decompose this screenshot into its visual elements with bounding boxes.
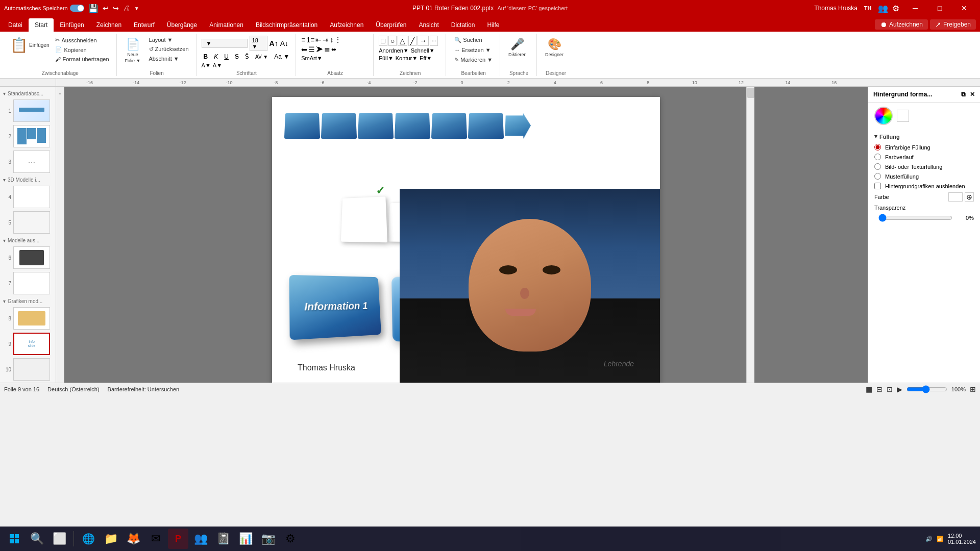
- suchen-btn[interactable]: 🔍 Suchen: [451, 36, 496, 44]
- underline-button[interactable]: U: [222, 53, 231, 61]
- option-hintergrund[interactable]: Hintergrundgrafiken ausblenden: [874, 183, 974, 189]
- tab-datei[interactable]: Datei: [2, 18, 29, 32]
- slide-item-1[interactable]: 1: [2, 98, 54, 123]
- slide-item-6[interactable]: 6: [2, 245, 54, 270]
- zoom-slider[interactable]: [906, 385, 947, 393]
- panel-expand-icon[interactable]: ⧉: [961, 91, 966, 98]
- info-box-1[interactable]: Information 1: [289, 275, 381, 340]
- justify-btn[interactable]: ≣: [324, 45, 330, 54]
- slide-thumb-3[interactable]: - - -: [13, 151, 50, 173]
- group-grafiken[interactable]: ▾ Grafiken mod...: [2, 296, 54, 305]
- slide-item-10[interactable]: 10: [2, 357, 54, 382]
- tab-uebergaenge[interactable]: Übergänge: [161, 18, 203, 32]
- align-left-btn[interactable]: ⬅: [301, 45, 307, 54]
- view-slideshow-btn[interactable]: ▶: [897, 385, 902, 393]
- schnell-btn[interactable]: Schnell▼: [411, 47, 435, 54]
- settings-taskbar-btn[interactable]: ⚙: [280, 529, 301, 549]
- shadow-button[interactable]: S̈: [243, 53, 251, 61]
- slide-thumb-8[interactable]: [13, 307, 50, 330]
- powerpoint-btn[interactable]: P: [168, 529, 188, 549]
- increase-font-btn[interactable]: A↑: [270, 39, 278, 47]
- line-spacing-btn[interactable]: ↕: [330, 36, 333, 44]
- teams-btn[interactable]: 👥: [190, 529, 211, 549]
- slide-thumb-5[interactable]: [13, 211, 50, 234]
- tray-icon-2[interactable]: 📶: [937, 536, 944, 542]
- maximize-button[interactable]: □: [928, 0, 951, 16]
- tab-dictation[interactable]: Dictation: [445, 18, 481, 32]
- effekt-btn[interactable]: Eff▼: [420, 55, 432, 61]
- canvas-area[interactable]: ✓ Arbeitspaket1 ✓ Meilenstein ✓ Arbeitsp…: [64, 87, 868, 383]
- italic-button[interactable]: K: [212, 53, 220, 61]
- onenote-btn[interactable]: 📓: [213, 529, 233, 549]
- mail-btn[interactable]: ✉: [145, 529, 166, 549]
- transparenz-slider[interactable]: [878, 214, 952, 222]
- fuellfarbe-btn[interactable]: Füll▼: [379, 55, 394, 61]
- tab-aufzeichnen[interactable]: Aufzeichnen: [324, 18, 370, 32]
- list-unordered-btn[interactable]: ≡: [301, 36, 305, 44]
- radio-farbverlauf[interactable]: [874, 154, 881, 160]
- tab-start[interactable]: Start: [29, 18, 54, 32]
- save-icon[interactable]: 💾: [88, 4, 99, 13]
- redo-icon[interactable]: ↪: [113, 4, 119, 12]
- explorer-btn[interactable]: 📁: [101, 529, 121, 549]
- font-size-select[interactable]: 18 ▼: [250, 36, 267, 51]
- group-standardabsc[interactable]: ▾ Standardabsc...: [2, 89, 54, 97]
- neue-folie-button[interactable]: 📄 Neue Folie ▼: [122, 36, 144, 65]
- group-3dmodelle[interactable]: ▾ 3D Modelle i...: [2, 175, 54, 184]
- edge-browser-btn[interactable]: 🌐: [78, 529, 99, 549]
- autosave-toggle[interactable]: Automatisches Speichern: [4, 5, 84, 12]
- firefox-btn[interactable]: 🦊: [123, 529, 143, 549]
- view-reading-btn[interactable]: ⊡: [887, 385, 893, 393]
- align-right-btn[interactable]: ⮞: [316, 45, 323, 54]
- option-einfarbig[interactable]: Einfarbige Füllung: [874, 144, 974, 151]
- rect-shape[interactable]: □: [379, 36, 387, 46]
- slide-item-3[interactable]: 3 - - -: [2, 149, 54, 174]
- font-color-button[interactable]: A▼: [202, 62, 211, 68]
- columns-btn[interactable]: ⋮: [334, 36, 341, 44]
- strikethrough-button[interactable]: S: [233, 53, 241, 61]
- option-bild[interactable]: Bild- oder Texturfüllung: [874, 163, 974, 170]
- option-farbverlauf[interactable]: Farbverlauf: [874, 154, 974, 160]
- tab-ueberpruefen[interactable]: Überprüfen: [370, 18, 412, 32]
- radio-einfarbig[interactable]: [874, 144, 881, 151]
- tab-einfuegen[interactable]: Einfügen: [54, 18, 90, 32]
- slide-thumb-4[interactable]: [13, 186, 50, 208]
- slide-thumb-6[interactable]: [13, 246, 50, 269]
- ersetzen-btn[interactable]: ↔ Ersetzen ▼: [451, 46, 496, 54]
- option-muster[interactable]: Musterfüllung: [874, 173, 974, 180]
- decrease-font-btn[interactable]: A↓: [280, 39, 288, 47]
- circle-shape[interactable]: ○: [388, 36, 397, 46]
- slide-thumb-7[interactable]: [13, 272, 50, 294]
- radio-bild[interactable]: [874, 163, 881, 170]
- font-family-select[interactable]: ▼: [202, 39, 248, 48]
- kopieren-button[interactable]: 📄 Kopieren: [52, 45, 112, 54]
- text-direction-btn[interactable]: ⬌: [331, 46, 336, 53]
- diktieren-btn[interactable]: 🎤 Diktieren: [505, 36, 530, 59]
- farbe-color-box[interactable]: [948, 192, 963, 202]
- group-modelle[interactable]: ▾ Modelle aus...: [2, 236, 54, 244]
- slide-thumb-9[interactable]: Infoslide: [13, 333, 50, 355]
- tab-ansicht[interactable]: Ansicht: [412, 18, 445, 32]
- triangle-shape[interactable]: △: [398, 36, 407, 46]
- fill-section-title[interactable]: ▾ Füllung: [874, 133, 974, 140]
- autosave-switch[interactable]: [70, 5, 84, 12]
- font-case-button[interactable]: Aa ▼: [272, 53, 291, 61]
- line-shape[interactable]: ╱: [408, 36, 416, 46]
- align-center-btn[interactable]: ☰: [308, 45, 315, 54]
- kontur-btn[interactable]: Kontur▼: [396, 55, 418, 61]
- minimize-button[interactable]: ─: [903, 0, 927, 16]
- panel-close-icon[interactable]: ✕: [970, 91, 975, 98]
- slide-thumb-1[interactable]: [13, 99, 50, 122]
- slide-item-9[interactable]: 9 Infoslide: [2, 332, 54, 356]
- start-button[interactable]: [4, 529, 24, 549]
- tab-bildschirm[interactable]: Bildschirmpräsentation: [250, 18, 324, 32]
- list-ordered-btn[interactable]: 1≡: [306, 36, 314, 44]
- tray-icon-1[interactable]: 🔊: [925, 536, 933, 542]
- tab-zeichnen[interactable]: Zeichnen: [90, 18, 128, 32]
- share-button[interactable]: ↗ Freigeben: [930, 19, 976, 30]
- indent-decrease-btn[interactable]: ⇤: [315, 36, 322, 44]
- farbe-dropdown-icon[interactable]: ⊕: [965, 192, 974, 202]
- radio-muster[interactable]: [874, 173, 881, 180]
- scrollbar-thumb[interactable]: [747, 88, 754, 98]
- slide-item-7[interactable]: 7: [2, 271, 54, 295]
